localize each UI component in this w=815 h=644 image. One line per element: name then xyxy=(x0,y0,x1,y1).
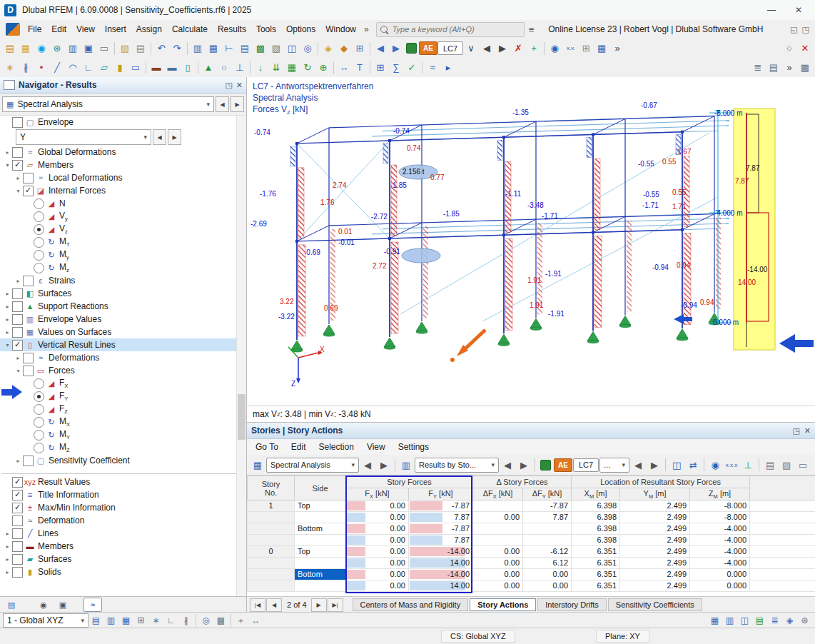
model-viewport[interactable]: LC7 - Antwortspektrenverfahren Spectral … xyxy=(247,77,815,406)
force-cell[interactable]: 14.00 xyxy=(409,558,473,569)
radio-button[interactable] xyxy=(34,237,44,248)
menu-calculate[interactable]: Calculate xyxy=(167,21,213,37)
table-cell[interactable]: 0.00 xyxy=(473,558,523,569)
3d-model-view[interactable] xyxy=(247,77,815,406)
analysis-next-button[interactable]: ▶ xyxy=(231,96,244,112)
expander-icon[interactable]: ▾ xyxy=(14,188,23,194)
result-grid-icon[interactable]: ⊞ xyxy=(578,41,594,56)
overflow-edit-icon[interactable]: » xyxy=(781,60,797,76)
next-load-case-icon[interactable]: ▶ xyxy=(495,41,510,56)
table-row[interactable]: Bottom0.00-7.876.3982.499-4.000 xyxy=(248,523,815,535)
results-table-toggle-icon[interactable]: ▦ xyxy=(707,613,722,628)
fe-mesh-icon[interactable]: ⊞ xyxy=(352,41,368,56)
dimension-icon[interactable]: ↔ xyxy=(336,60,352,76)
side-cell[interactable] xyxy=(295,512,346,523)
results-prev-icon[interactable]: ◀ xyxy=(500,457,515,473)
table-cell[interactable]: 2.499 xyxy=(620,512,690,523)
new-table-icon[interactable]: ▥ xyxy=(190,41,206,56)
tree-item-envelope[interactable]: ▢Envelope xyxy=(0,116,246,129)
envelope-direction-select[interactable]: Y▾ xyxy=(16,129,151,145)
sections-list-icon[interactable]: ≣ xyxy=(750,60,766,76)
tree-item-lines[interactable]: ▸╱Lines xyxy=(0,527,246,540)
tree-item-envelope-values[interactable]: ▸▥Envelope Values xyxy=(0,313,246,326)
table-cell[interactable]: 2.499 xyxy=(620,523,690,535)
rib-tool-icon[interactable]: ▬ xyxy=(164,60,180,76)
tree-item-my[interactable]: ↻My xyxy=(0,248,246,261)
tab-story-actions[interactable]: Story Actions xyxy=(470,598,536,611)
stories-menu-go-to[interactable]: Go To xyxy=(250,440,284,454)
expander-icon[interactable]: ▾ xyxy=(3,162,12,168)
expander-icon[interactable]: ▸ xyxy=(14,355,23,361)
table-cell[interactable]: 7.87 xyxy=(523,512,572,523)
force-cell[interactable]: -14.00 xyxy=(409,546,473,558)
prev-button[interactable]: ◀ xyxy=(153,129,166,145)
close-button[interactable]: ✕ xyxy=(786,2,811,18)
tree-item-surfaces[interactable]: ▸◧Surfaces xyxy=(0,287,246,300)
expander-icon[interactable]: ▸ xyxy=(3,556,12,563)
table-cell[interactable]: 2.499 xyxy=(620,535,690,546)
tree-item-deformations[interactable]: ▸≈Deformations xyxy=(0,351,246,364)
mass-table-icon[interactable]: ▥ xyxy=(722,613,737,628)
table-row[interactable]: 0Top0.00-14.000.00-6.126.3512.499-4.000 xyxy=(248,546,815,558)
force-cell[interactable]: 14.00 xyxy=(409,580,473,592)
table-cell[interactable]: 6.398 xyxy=(572,500,620,512)
moment-load-icon[interactable]: ↻ xyxy=(300,60,315,76)
tree-item-values-on-surfaces[interactable]: ▸▦Values on Surfaces xyxy=(0,326,246,338)
checkbox[interactable] xyxy=(12,147,23,158)
expander-icon[interactable]: ▸ xyxy=(3,569,12,575)
visibility-icon[interactable]: ◈ xyxy=(320,41,336,56)
hinge-tool-icon[interactable]: ○ xyxy=(216,60,232,76)
table-cell[interactable]: 6.351 xyxy=(572,546,620,558)
filter-rows-icon[interactable]: ◫ xyxy=(737,613,752,628)
member-tool-icon[interactable]: ▬ xyxy=(148,60,164,76)
tree-item-mt[interactable]: ↻MT xyxy=(0,236,246,248)
table-cell[interactable]: 6.398 xyxy=(572,535,620,546)
close-panel-icon[interactable]: ✕ xyxy=(236,81,243,90)
select-mode-icon[interactable]: ＋ xyxy=(233,613,248,628)
tree-item-vy[interactable]: ◢Vy xyxy=(0,210,246,223)
side-cell[interactable]: Top xyxy=(295,546,346,558)
relation-tree-icon[interactable]: ⊥ xyxy=(740,457,756,473)
line-load-icon[interactable]: ⇊ xyxy=(268,60,284,76)
expander-icon[interactable]: ▸ xyxy=(14,175,23,181)
select-special-icon[interactable]: ◎ xyxy=(300,41,315,56)
zoom-icon[interactable]: ○ xyxy=(781,41,797,56)
table-cell[interactable] xyxy=(523,523,572,535)
checkbox[interactable] xyxy=(12,554,23,565)
radio-button[interactable] xyxy=(34,391,44,402)
case-next-icon[interactable]: ▶ xyxy=(647,457,662,473)
table-cell[interactable]: 6.351 xyxy=(572,569,620,580)
close-panel-icon[interactable]: ✕ xyxy=(804,426,811,436)
radio-button[interactable] xyxy=(34,378,44,389)
undo-icon[interactable]: ↶ xyxy=(153,41,169,56)
force-cell[interactable]: 0.00 xyxy=(346,535,409,546)
navigator-views-tab-icon[interactable]: ▣ xyxy=(54,598,71,611)
menu-options[interactable]: Options xyxy=(281,21,320,37)
checkbox[interactable] xyxy=(12,288,23,299)
checkbox[interactable]: ✓ xyxy=(12,340,23,351)
guidelines-toggle-icon[interactable]: ∦ xyxy=(178,613,193,628)
tree-item-mz[interactable]: ↻MZ xyxy=(0,441,246,454)
checkbox[interactable]: ✓ xyxy=(12,477,23,488)
printout-report-icon[interactable]: ▥ xyxy=(65,41,81,56)
calculate-all-icon[interactable]: ∑ xyxy=(388,60,404,76)
tree-item-mz[interactable]: ↻Mz xyxy=(0,261,246,274)
search-list-icon[interactable]: ≡ xyxy=(525,24,539,35)
table-row[interactable]: Bottom0.00-14.000.000.006.3512.4990.000 xyxy=(248,569,815,580)
analysis-type-badge[interactable]: AE xyxy=(419,41,437,55)
expander-icon[interactable]: ▸ xyxy=(14,458,23,464)
print-icon[interactable]: ▭ xyxy=(96,41,112,56)
radio-button[interactable] xyxy=(34,443,44,453)
results-next-icon[interactable]: ▶ xyxy=(516,457,532,473)
menu-tools[interactable]: Tools xyxy=(251,21,281,37)
table-cell[interactable]: 0.000 xyxy=(690,569,750,580)
radio-button[interactable] xyxy=(34,417,44,428)
first-page-button[interactable]: |◀ xyxy=(250,598,265,612)
free-load-icon[interactable]: ⊕ xyxy=(315,60,331,76)
paste-icon[interactable]: ▤ xyxy=(133,41,148,56)
table-cell[interactable] xyxy=(473,523,523,535)
tree-item-vertical-result-lines[interactable]: ▾✓▯Vertical Result Lines xyxy=(0,338,246,351)
side-cell[interactable]: Bottom xyxy=(295,523,346,535)
work-plane-xz-icon[interactable]: ▥ xyxy=(103,613,118,628)
tree-item-surfaces[interactable]: ▸▰Surfaces xyxy=(0,553,246,565)
